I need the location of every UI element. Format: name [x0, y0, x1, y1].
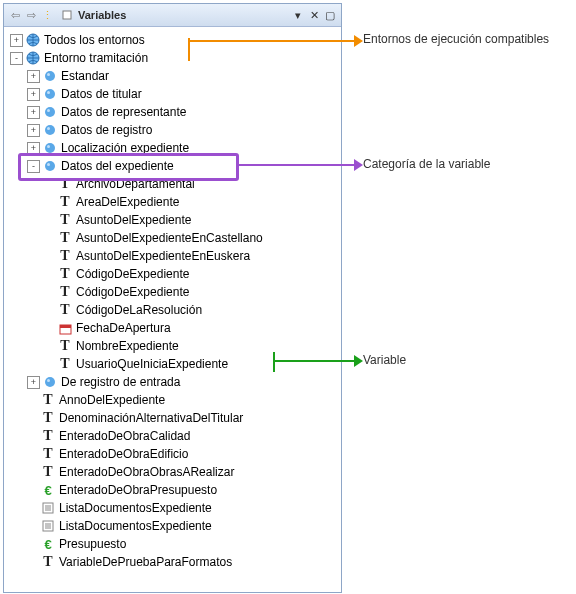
svg-point-12 — [47, 145, 50, 148]
tree-node-estandar[interactable]: + Estandar — [10, 67, 337, 85]
tree-node-label: EnteradoDeObraObrasARealizar — [58, 465, 235, 479]
tree-leaf[interactable]: TDenominaciónAlternativaDelTitular — [10, 409, 337, 427]
callout-highlight-categoria — [18, 153, 239, 181]
tree-leaf[interactable]: TAnnoDelExpediente — [10, 391, 337, 409]
tree-leaf[interactable]: TAreaDelExpediente — [10, 193, 337, 211]
svg-point-10 — [47, 127, 50, 130]
text-type-icon: T — [40, 392, 56, 408]
text-type-icon: T — [57, 284, 73, 300]
expander-icon[interactable]: + — [27, 376, 40, 389]
text-type-icon: T — [40, 428, 56, 444]
tree-leaf[interactable]: €EnteradoDeObraPresupuesto — [10, 481, 337, 499]
tree-leaf[interactable]: TAsuntoDelExpediente — [10, 211, 337, 229]
minimize-icon[interactable]: ▾ — [291, 8, 305, 22]
svg-point-18 — [47, 379, 50, 382]
tree-leaf[interactable]: ListaDocumentosExpediente — [10, 517, 337, 535]
svg-point-6 — [47, 91, 50, 94]
tree-node-registro-entrada[interactable]: + De registro de entrada — [10, 373, 337, 391]
tree-leaf[interactable]: TCódigoDeLaResolución — [10, 301, 337, 319]
svg-point-3 — [45, 71, 55, 81]
tree-node-label: UsuarioQueIniciaExpediente — [75, 357, 229, 371]
panel-icon — [60, 8, 74, 22]
tree-node-label: NombreExpediente — [75, 339, 180, 353]
tree-node-datos-titular[interactable]: + Datos de titular — [10, 85, 337, 103]
sphere-icon — [42, 104, 58, 120]
tree-leaf[interactable]: TUsuarioQueIniciaExpediente — [10, 355, 337, 373]
nav-back-icon[interactable]: ⇦ — [8, 8, 22, 22]
text-type-icon: T — [57, 338, 73, 354]
sphere-icon — [42, 374, 58, 390]
tree-node-label: Datos de representante — [60, 105, 187, 119]
tree-node-label: AsuntoDelExpedienteEnEuskera — [75, 249, 251, 263]
document-list-icon — [40, 500, 56, 516]
tree-node-label: Datos de registro — [60, 123, 153, 137]
text-type-icon: T — [57, 194, 73, 210]
nav-group: ⇦ ⇨ ⋮ — [8, 8, 54, 22]
tree-leaf[interactable]: TEnteradoDeObraObrasARealizar — [10, 463, 337, 481]
svg-point-17 — [45, 377, 55, 387]
tree-leaf[interactable]: TEnteradoDeObraCalidad — [10, 427, 337, 445]
text-type-icon: T — [40, 554, 56, 570]
tree-node-label: AsuntoDelExpedienteEnCastellano — [75, 231, 264, 245]
pin-icon[interactable]: ▢ — [323, 8, 337, 22]
svg-point-4 — [47, 73, 50, 76]
tree-node-label: EnteradoDeObraEdificio — [58, 447, 189, 461]
text-type-icon: T — [40, 446, 56, 462]
globe-icon — [25, 32, 41, 48]
variables-panel: ⇦ ⇨ ⋮ Variables ▾ ✕ ▢ + Todos los entorn… — [3, 3, 342, 593]
tree-leaf[interactable]: TCódigoDeExpediente — [10, 265, 337, 283]
tree-node-datos-registro[interactable]: + Datos de registro — [10, 121, 337, 139]
expander-icon[interactable]: - — [10, 52, 23, 65]
tree-node-label: AreaDelExpediente — [75, 195, 180, 209]
tree-node-label: FechaDeApertura — [75, 321, 172, 335]
svg-rect-16 — [60, 325, 71, 328]
sphere-icon — [42, 68, 58, 84]
sphere-icon — [42, 86, 58, 102]
close-icon[interactable]: ✕ — [307, 8, 321, 22]
text-type-icon: T — [57, 248, 73, 264]
globe-icon — [25, 50, 41, 66]
tree-leaf[interactable]: TAsuntoDelExpedienteEnCastellano — [10, 229, 337, 247]
tree-leaf[interactable]: TEnteradoDeObraEdificio — [10, 445, 337, 463]
text-type-icon: T — [40, 464, 56, 480]
expander-icon[interactable]: + — [27, 70, 40, 83]
callout-arrow-entornos — [190, 40, 355, 42]
callout-arrow-categoria — [237, 164, 355, 166]
svg-point-5 — [45, 89, 55, 99]
tree-node-label: AnnoDelExpediente — [58, 393, 166, 407]
expander-icon[interactable]: + — [27, 106, 40, 119]
nav-menu-icon[interactable]: ⋮ — [40, 8, 54, 22]
text-type-icon: T — [40, 410, 56, 426]
expander-icon[interactable]: + — [10, 34, 23, 47]
expander-icon[interactable]: + — [27, 88, 40, 101]
expander-icon[interactable]: + — [27, 124, 40, 137]
svg-point-9 — [45, 125, 55, 135]
tree-node-entorno-tramitacion[interactable]: - Entorno tramitación — [10, 49, 337, 67]
tree-node-label: Todos los entornos — [43, 33, 146, 47]
text-type-icon: T — [57, 266, 73, 282]
euro-type-icon: € — [40, 536, 56, 552]
svg-rect-0 — [63, 11, 71, 19]
sphere-icon — [42, 122, 58, 138]
callout-label-variable: Variable — [363, 353, 406, 367]
svg-point-11 — [45, 143, 55, 153]
tree-node-datos-representante[interactable]: + Datos de representante — [10, 103, 337, 121]
variables-tree: + Todos los entornos - Entorno tramitaci… — [4, 27, 341, 575]
nav-forward-icon[interactable]: ⇨ — [24, 8, 38, 22]
text-type-icon: T — [57, 212, 73, 228]
tree-leaf[interactable]: ListaDocumentosExpediente — [10, 499, 337, 517]
text-type-icon: T — [57, 302, 73, 318]
tree-leaf[interactable]: TNombreExpediente — [10, 337, 337, 355]
tree-leaf[interactable]: TCódigoDeExpediente — [10, 283, 337, 301]
tree-leaf[interactable]: TAsuntoDelExpedienteEnEuskera — [10, 247, 337, 265]
tree-leaf[interactable]: TVariableDePruebaParaFormatos — [10, 553, 337, 571]
tree-node-label: ListaDocumentosExpediente — [58, 519, 213, 533]
tree-leaf[interactable]: €Presupuesto — [10, 535, 337, 553]
calendar-icon — [57, 320, 73, 336]
tree-leaf[interactable]: FechaDeApertura — [10, 319, 337, 337]
tree-node-label: Estandar — [60, 69, 110, 83]
document-list-icon — [40, 518, 56, 534]
tree-node-label: Datos de titular — [60, 87, 143, 101]
tree-node-label: AsuntoDelExpediente — [75, 213, 192, 227]
text-type-icon: T — [57, 230, 73, 246]
